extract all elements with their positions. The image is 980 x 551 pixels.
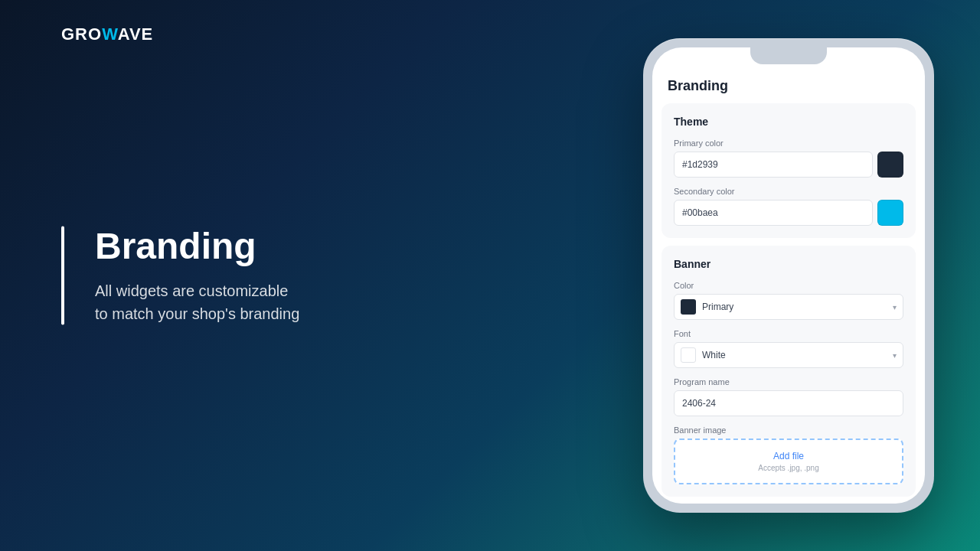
logo-prefix: GRO bbox=[61, 24, 102, 44]
left-divider bbox=[61, 227, 64, 325]
logo-wave: W bbox=[102, 24, 118, 44]
primary-color-label: Primary color bbox=[674, 139, 903, 148]
logo-suffix: AVE bbox=[118, 24, 154, 44]
banner-font-select[interactable]: White ▾ bbox=[674, 342, 903, 368]
secondary-color-swatch[interactable] bbox=[877, 200, 903, 226]
logo: GROWAVE bbox=[61, 24, 153, 44]
banner-font-value: White bbox=[702, 350, 726, 360]
banner-color-select-inner: Primary bbox=[681, 299, 733, 315]
banner-image-group: Banner image Add file Accepts .jpg, .png bbox=[674, 425, 903, 484]
primary-color-swatch[interactable] bbox=[877, 152, 903, 178]
upload-hint: Accepts .jpg, .png bbox=[686, 464, 891, 472]
phone-inner: Branding Theme Primary color bbox=[652, 47, 925, 504]
banner-font-group: Font White ▾ bbox=[674, 329, 903, 368]
theme-title: Theme bbox=[674, 116, 903, 128]
secondary-color-group: Secondary color bbox=[674, 187, 903, 226]
program-name-input[interactable] bbox=[674, 390, 903, 416]
phone-notch bbox=[750, 47, 827, 64]
secondary-color-input[interactable] bbox=[674, 200, 873, 226]
phone-outer: Branding Theme Primary color bbox=[643, 38, 934, 513]
banner-color-swatch bbox=[681, 299, 696, 315]
secondary-color-row bbox=[674, 200, 903, 226]
phone-mockup: Branding Theme Primary color bbox=[643, 38, 934, 513]
theme-card: Theme Primary color Secondary color bbox=[662, 103, 916, 238]
banner-image-upload[interactable]: Add file Accepts .jpg, .png bbox=[674, 439, 903, 484]
banner-font-chevron-icon: ▾ bbox=[893, 351, 897, 360]
banner-font-label: Font bbox=[674, 329, 903, 338]
secondary-color-label: Secondary color bbox=[674, 187, 903, 196]
primary-color-group: Primary color bbox=[674, 139, 903, 178]
banner-image-label: Banner image bbox=[674, 425, 903, 435]
primary-color-input[interactable] bbox=[674, 152, 873, 178]
banner-font-swatch bbox=[681, 347, 696, 363]
upload-link[interactable]: Add file bbox=[686, 451, 891, 461]
left-subtitle: All widgets are customizableto match you… bbox=[95, 279, 299, 324]
page-title: Branding bbox=[652, 70, 925, 103]
banner-color-value: Primary bbox=[702, 302, 733, 312]
banner-color-select[interactable]: Primary ▾ bbox=[674, 294, 903, 320]
left-content: Branding All widgets are customizableto … bbox=[61, 227, 299, 325]
program-name-group: Program name bbox=[674, 377, 903, 416]
left-title: Branding bbox=[95, 227, 299, 267]
phone-content: Branding Theme Primary color bbox=[652, 47, 925, 504]
primary-color-row bbox=[674, 152, 903, 178]
banner-color-chevron-icon: ▾ bbox=[893, 303, 897, 311]
banner-color-label: Color bbox=[674, 281, 903, 290]
banner-title: Banner bbox=[674, 258, 903, 270]
program-name-label: Program name bbox=[674, 377, 903, 386]
banner-font-select-inner: White bbox=[681, 347, 726, 363]
banner-color-group: Color Primary ▾ bbox=[674, 281, 903, 320]
banner-card: Banner Color Primary ▾ bbox=[662, 246, 916, 497]
